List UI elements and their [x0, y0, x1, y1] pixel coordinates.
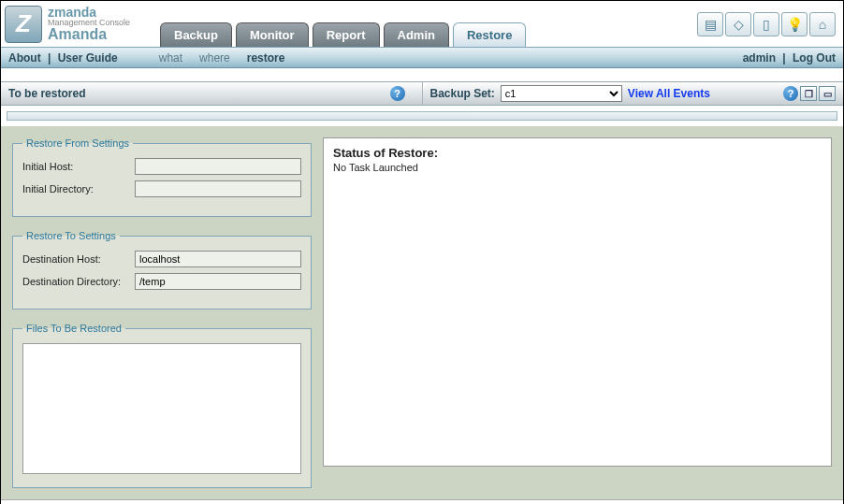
- status-message: No Task Launched: [333, 162, 822, 173]
- top-icon-2[interactable]: ◇: [725, 12, 751, 36]
- home-icon[interactable]: ⌂: [809, 12, 836, 36]
- help-icon-right[interactable]: ?: [783, 86, 798, 101]
- help-icon-left[interactable]: ?: [390, 86, 405, 101]
- tab-admin[interactable]: Admin: [384, 22, 449, 47]
- toolbar-right: Backup Set: c1 View All Events ? ❐ ▭: [423, 82, 844, 105]
- progress-strip: [7, 111, 837, 121]
- restore-from-fieldset: Restore From Settings Initial Host: Init…: [12, 137, 312, 217]
- initial-dir-label: Initial Directory:: [22, 183, 135, 194]
- top-icon-bar: ▤ ◇ ▯ 💡 ⌂: [697, 1, 843, 47]
- restore-to-fieldset: Restore To Settings Destination Host: De…: [12, 230, 312, 310]
- status-panel: Status of Restore: No Task Launched: [323, 137, 832, 467]
- dest-dir-input[interactable]: [135, 273, 301, 290]
- admin-link[interactable]: admin: [743, 51, 776, 65]
- tab-restore[interactable]: Restore: [453, 22, 526, 47]
- logout-link[interactable]: Log Out: [793, 51, 836, 65]
- restore-from-legend: Restore From Settings: [22, 137, 133, 149]
- window-icon-1[interactable]: ❐: [800, 86, 817, 101]
- top-icon-1[interactable]: ▤: [697, 12, 723, 36]
- top-icon-3[interactable]: ▯: [753, 12, 779, 36]
- files-listbox[interactable]: [22, 343, 301, 474]
- files-legend: Files To Be Restored: [22, 323, 125, 334]
- backup-set-select[interactable]: c1: [501, 85, 622, 102]
- files-fieldset: Files To Be Restored: [12, 323, 312, 488]
- subnav-what[interactable]: what: [159, 51, 182, 65]
- subnav-where[interactable]: where: [199, 51, 230, 65]
- dest-host-label: Destination Host:: [22, 253, 135, 265]
- backup-set-label: Backup Set:: [430, 87, 495, 100]
- toolbar-left: To be restored ?: [1, 82, 423, 105]
- logo-block: Z zmanda Management Console Amanda: [1, 1, 160, 47]
- initial-host-input[interactable]: [135, 158, 301, 175]
- dest-dir-label: Destination Directory:: [22, 276, 135, 287]
- logo-text: zmanda Management Console Amanda: [48, 6, 130, 42]
- logo-line3: Amanda: [48, 27, 130, 42]
- initial-host-label: Initial Host:: [22, 161, 135, 172]
- tab-monitor[interactable]: Monitor: [236, 22, 309, 47]
- top-icon-4[interactable]: 💡: [781, 12, 808, 36]
- window-icon-2[interactable]: ▭: [819, 86, 836, 101]
- userguide-link[interactable]: User Guide: [58, 51, 118, 65]
- logo-line1: zmanda: [48, 6, 130, 19]
- main-tabs: Backup Monitor Report Admin Restore: [160, 1, 697, 47]
- dest-host-input[interactable]: [135, 251, 301, 267]
- tab-backup[interactable]: Backup: [160, 22, 232, 47]
- about-link[interactable]: About: [8, 51, 41, 65]
- view-all-events-link[interactable]: View All Events: [628, 87, 710, 100]
- status-title: Status of Restore:: [333, 146, 822, 160]
- logo-z-icon: Z: [5, 6, 42, 43]
- toolbar-title: To be restored: [8, 87, 85, 100]
- tab-report[interactable]: Report: [313, 22, 380, 47]
- subnav-restore[interactable]: restore: [247, 51, 285, 65]
- restore-to-legend: Restore To Settings: [22, 230, 120, 241]
- initial-dir-input[interactable]: [135, 180, 301, 197]
